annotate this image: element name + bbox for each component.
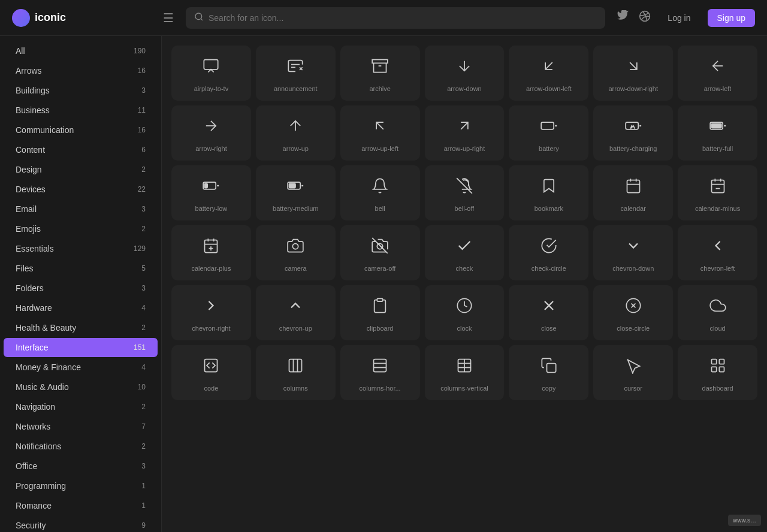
icon-label-close-circle: close-circle bbox=[617, 325, 650, 332]
sidebar-item-hardware[interactable]: Hardware 4 bbox=[4, 298, 158, 318]
sidebar-item-folders[interactable]: Folders 3 bbox=[4, 279, 158, 298]
icon-card-arrow-up-right[interactable]: arrow-up-right bbox=[425, 105, 505, 161]
sidebar-label: Business bbox=[16, 105, 131, 115]
icon-card-arrow-up[interactable]: arrow-up bbox=[256, 105, 336, 161]
icon-card-battery[interactable]: battery bbox=[509, 105, 588, 161]
icon-card-close[interactable]: close bbox=[509, 285, 588, 340]
sidebar-item-essentials[interactable]: Essentials 129 bbox=[4, 239, 158, 258]
icon-card-bookmark[interactable]: bookmark bbox=[509, 165, 588, 220]
icon-card-announcement[interactable]: announcement bbox=[256, 46, 336, 101]
icon-label-arrow-down-right: arrow-down-right bbox=[608, 85, 658, 92]
sidebar-label: Design bbox=[16, 165, 131, 174]
icon-label-arrow-up-left: arrow-up-left bbox=[361, 145, 398, 152]
icon-card-arrow-down-left[interactable]: arrow-down-left bbox=[509, 46, 588, 101]
sidebar-item-music-and-audio[interactable]: Music & Audio 10 bbox=[4, 377, 158, 397]
icon-label-calendar-plus: calendar-plus bbox=[191, 265, 231, 272]
icon-label-columns-hor...: columns-hor... bbox=[360, 385, 401, 392]
icon-card-close-circle[interactable]: close-circle bbox=[593, 285, 673, 340]
sidebar-item-notifications[interactable]: Notifications 2 bbox=[4, 437, 158, 456]
icon-symbol-columns bbox=[287, 357, 304, 376]
svg-rect-3 bbox=[204, 60, 218, 69]
watermark: www.s… bbox=[728, 515, 761, 526]
sidebar-count: 2 bbox=[131, 442, 146, 451]
twitter-icon[interactable] bbox=[617, 10, 629, 25]
icon-card-camera-off[interactable]: camera-off bbox=[340, 225, 420, 280]
icon-card-chevron-left[interactable]: chevron-left bbox=[678, 225, 757, 280]
svg-rect-27 bbox=[627, 180, 639, 193]
sidebar-item-romance[interactable]: Romance 1 bbox=[4, 496, 158, 515]
signup-button[interactable]: Sign up bbox=[708, 9, 755, 27]
icon-card-code[interactable]: code bbox=[171, 345, 251, 400]
icon-card-columns-hor...[interactable]: columns-hor... bbox=[340, 345, 420, 400]
icon-card-arrow-right[interactable]: arrow-right bbox=[171, 105, 251, 161]
icon-card-cursor[interactable]: cursor bbox=[593, 345, 673, 400]
icon-card-dashboard[interactable]: dashboard bbox=[678, 345, 757, 400]
icon-card-columns[interactable]: columns bbox=[256, 345, 336, 400]
icon-label-chevron-up: chevron-up bbox=[279, 325, 312, 332]
icon-card-calendar-minus[interactable]: calendar-minus bbox=[678, 165, 757, 220]
icon-symbol-clipboard bbox=[372, 297, 388, 316]
sidebar-item-emojis[interactable]: Emojis 2 bbox=[4, 219, 158, 238]
icon-card-arrow-up-left[interactable]: arrow-up-left bbox=[340, 105, 420, 161]
icon-symbol-chevron-right bbox=[203, 297, 219, 316]
sidebar-item-communication[interactable]: Communication 16 bbox=[4, 120, 158, 140]
email-icon[interactable] bbox=[639, 10, 651, 25]
sidebar-item-security[interactable]: Security 9 bbox=[4, 516, 158, 532]
icon-card-columns-vertical[interactable]: columns-vertical bbox=[425, 345, 505, 400]
sidebar-item-money-and-finance[interactable]: Money & Finance 4 bbox=[4, 358, 158, 377]
icon-card-cloud[interactable]: cloud bbox=[678, 285, 757, 340]
sidebar-item-email[interactable]: Email 3 bbox=[4, 200, 158, 219]
sidebar-item-buildings[interactable]: Buildings 3 bbox=[4, 81, 158, 100]
search-input[interactable] bbox=[209, 13, 597, 23]
sidebar-item-devices[interactable]: Devices 22 bbox=[4, 180, 158, 199]
icon-card-calendar-plus[interactable]: calendar-plus bbox=[171, 225, 251, 280]
sidebar-item-files[interactable]: Files 5 bbox=[4, 259, 158, 278]
icon-card-calendar[interactable]: calendar bbox=[593, 165, 673, 220]
icon-card-airplay-to-tv[interactable]: airplay-to-tv bbox=[171, 46, 251, 101]
icon-card-chevron-up[interactable]: chevron-up bbox=[256, 285, 336, 340]
sidebar-item-navigation[interactable]: Navigation 2 bbox=[4, 397, 158, 416]
sidebar-label: Interface bbox=[16, 343, 131, 352]
sidebar-item-networks[interactable]: Networks 7 bbox=[4, 417, 158, 436]
hamburger-menu[interactable]: ☰ bbox=[163, 11, 174, 25]
icon-symbol-announcement bbox=[287, 58, 304, 77]
sidebar-item-content[interactable]: Content 6 bbox=[4, 140, 158, 159]
icon-card-arrow-down[interactable]: arrow-down bbox=[425, 46, 505, 101]
icon-symbol-arrow-up-left bbox=[372, 117, 388, 137]
sidebar-item-health-and-beauty[interactable]: Health & Beauty 2 bbox=[4, 318, 158, 337]
icon-card-archive[interactable]: archive bbox=[340, 46, 420, 101]
icon-label-battery: battery bbox=[539, 145, 559, 152]
icon-card-clock[interactable]: clock bbox=[425, 285, 505, 340]
icon-card-battery-full[interactable]: battery-full bbox=[678, 105, 757, 161]
icon-card-check[interactable]: check bbox=[425, 225, 505, 280]
icon-card-chevron-right[interactable]: chevron-right bbox=[171, 285, 251, 340]
icon-card-bell-off[interactable]: bell-off bbox=[425, 165, 505, 220]
sidebar-label: Programming bbox=[16, 481, 131, 491]
sidebar-count: 129 bbox=[131, 244, 146, 253]
login-button[interactable]: Log in bbox=[660, 10, 697, 26]
icon-symbol-calendar-minus bbox=[709, 177, 726, 197]
icon-card-arrow-left[interactable]: arrow-left bbox=[678, 46, 757, 101]
sidebar-count: 3 bbox=[131, 86, 146, 95]
icon-card-battery-charging[interactable]: battery-charging bbox=[593, 105, 673, 161]
sidebar-item-business[interactable]: Business 11 bbox=[4, 101, 158, 120]
svg-rect-63 bbox=[546, 364, 555, 373]
sidebar-item-interface[interactable]: Interface 151 bbox=[4, 338, 158, 357]
svg-line-12 bbox=[376, 122, 384, 129]
icon-label-airplay-to-tv: airplay-to-tv bbox=[194, 85, 228, 92]
icon-symbol-arrow-up bbox=[287, 117, 304, 137]
icon-card-copy[interactable]: copy bbox=[509, 345, 588, 400]
sidebar-item-programming[interactable]: Programming 1 bbox=[4, 476, 158, 495]
icon-card-clipboard[interactable]: clipboard bbox=[340, 285, 420, 340]
sidebar-item-all[interactable]: All 190 bbox=[4, 41, 158, 61]
sidebar-item-design[interactable]: Design 2 bbox=[4, 160, 158, 179]
icon-card-chevron-down[interactable]: chevron-down bbox=[593, 225, 673, 280]
icon-card-battery-low[interactable]: battery-low bbox=[171, 165, 251, 220]
icon-card-bell[interactable]: bell bbox=[340, 165, 420, 220]
icon-card-camera[interactable]: camera bbox=[256, 225, 336, 280]
icon-card-check-circle[interactable]: check-circle bbox=[509, 225, 588, 280]
icon-card-battery-medium[interactable]: battery-medium bbox=[256, 165, 336, 220]
sidebar-item-office[interactable]: Office 3 bbox=[4, 457, 158, 476]
sidebar-item-arrows[interactable]: Arrows 16 bbox=[4, 61, 158, 80]
icon-card-arrow-down-right[interactable]: arrow-down-right bbox=[593, 46, 673, 101]
